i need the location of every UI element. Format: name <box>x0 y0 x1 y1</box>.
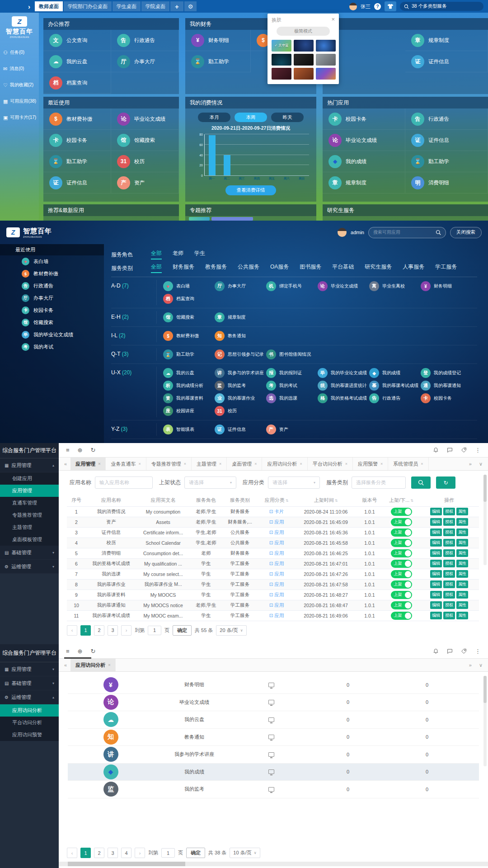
skin-thumbnail[interactable] <box>316 40 336 52</box>
app-tile[interactable]: 告行政通告 <box>405 108 488 130</box>
page-button[interactable]: 1 <box>80 848 91 858</box>
app-tile[interactable]: $教材费补缴 <box>43 108 111 130</box>
action-button[interactable]: 属性 <box>456 570 468 578</box>
app-type-link[interactable]: ⊡ 应用 <box>269 550 284 556</box>
category-option[interactable]: 平台基础 <box>332 263 354 273</box>
page-button[interactable]: 3 <box>108 625 118 636</box>
action-button[interactable]: 编辑 <box>430 560 442 567</box>
submenu-item[interactable]: 桌面模板管理 <box>0 533 59 546</box>
service-item[interactable]: ♥表白墙 <box>163 280 215 292</box>
sort-icon[interactable]: ⇅ <box>286 499 289 503</box>
recent-service-item[interactable]: 厅办事大厅 <box>0 292 104 304</box>
simple-mode-button[interactable]: 极简模式 <box>277 27 330 36</box>
app-tile[interactable]: ⌛勤工助学 <box>185 51 251 72</box>
close-search-button[interactable]: 关闭搜索 <box>450 227 482 238</box>
recent-service-item[interactable]: $教材费补缴 <box>0 268 104 280</box>
sidebar-item[interactable]: ⚇任务(0) <box>0 44 39 61</box>
recent-service-item[interactable]: 馆馆藏搜索 <box>0 316 104 329</box>
submenu-item[interactable]: 直通车管理 <box>0 497 59 509</box>
service-item[interactable]: 慕我的慕课考试成绩 <box>369 379 421 392</box>
skin-thumbnail[interactable] <box>294 68 314 80</box>
category-option[interactable]: 人事服务 <box>403 263 424 273</box>
action-button[interactable]: 编辑 <box>430 539 442 547</box>
action-button[interactable]: 授权 <box>443 528 455 536</box>
action-button[interactable]: 属性 <box>456 549 468 557</box>
service-item[interactable]: 告行政通告 <box>369 392 421 405</box>
banner-thumbnail[interactable] <box>189 217 210 221</box>
category-option[interactable]: OA服务 <box>270 263 289 273</box>
action-button[interactable]: 属性 <box>456 591 468 599</box>
desktop-tab[interactable]: 学院部门办公桌面 <box>64 1 112 11</box>
app-tile[interactable]: ¥财务明细 <box>185 30 251 51</box>
help-icon[interactable]: ? <box>374 3 381 10</box>
confirm-button[interactable]: 确定 <box>173 625 192 636</box>
consume-tab[interactable]: 本月 <box>198 113 230 122</box>
page-size-select[interactable]: 20 条/页∨ <box>216 625 246 636</box>
console-tab[interactable]: 应用访问分析× <box>262 458 307 470</box>
page-button[interactable]: 1 <box>80 625 91 636</box>
service-item[interactable]: 监我的监考 <box>215 379 266 392</box>
horizontal-scrollbar[interactable] <box>59 862 488 866</box>
app-type-link[interactable]: ⊡ 应用 <box>269 613 284 618</box>
menu-item[interactable]: ▦应用管理▴ <box>0 458 59 472</box>
role-option[interactable]: 学生 <box>194 250 205 259</box>
app-tile[interactable]: 证证件信息 <box>43 172 111 193</box>
skin-thumbnail[interactable] <box>294 54 314 66</box>
app-tile[interactable]: 文公文查询 <box>43 30 111 51</box>
app-tile[interactable]: 证证件信息 <box>405 51 488 72</box>
action-button[interactable]: 授权 <box>443 539 455 547</box>
close-tab-icon[interactable]: × <box>108 663 110 667</box>
app-type-link[interactable]: ⊡ 应用 <box>269 581 284 587</box>
submenu-item[interactable]: 平台访问分析 <box>0 717 59 729</box>
publish-toggle[interactable]: 上架 <box>391 518 412 526</box>
service-item[interactable]: 资我的慕课资料 <box>163 392 215 405</box>
action-button[interactable]: 属性 <box>456 518 468 526</box>
service-item[interactable]: 统我的慕课进度统计 <box>318 379 369 392</box>
service-item[interactable]: 证证件信息 <box>215 423 266 436</box>
chat-icon[interactable] <box>447 447 453 453</box>
category-option[interactable]: 图书服务 <box>300 263 321 273</box>
confirm-button[interactable]: 确定 <box>186 848 205 858</box>
view-consumption-detail-button[interactable]: 查看消费详情 <box>225 185 276 195</box>
publish-toggle[interactable]: 上架 <box>391 508 412 516</box>
service-item[interactable]: 论毕业论文成绩 <box>318 280 369 292</box>
refresh-icon[interactable]: ↻ <box>91 648 96 655</box>
app-type-link[interactable]: ⊡ 应用 <box>269 602 284 608</box>
service-item[interactable]: 离毕业生离校 <box>369 280 421 292</box>
sidebar-item[interactable]: ▣可用卡片(17) <box>0 109 39 126</box>
action-button[interactable]: 编辑 <box>430 612 442 619</box>
page-size-select[interactable]: 10 条/页∨ <box>230 848 260 858</box>
menu-item[interactable]: ▤基础管理▾ <box>0 676 59 690</box>
analysis-row[interactable]: 知教务通知00 <box>68 729 479 746</box>
service-item[interactable]: ¥财务明细 <box>421 280 472 292</box>
app-name-input[interactable]: 输入应用名称 <box>95 476 153 489</box>
action-button[interactable]: 属性 <box>456 508 468 515</box>
app-tile[interactable]: ⌛勤工助学 <box>405 151 488 172</box>
action-button[interactable]: 属性 <box>456 528 468 536</box>
desktop-tab[interactable]: 教师桌面 <box>35 1 63 11</box>
service-item[interactable]: 通我的慕课通知 <box>421 379 472 392</box>
service-item[interactable]: 析我的成绩分析 <box>163 379 215 392</box>
app-tile[interactable]: 论毕业论文成绩 <box>111 108 179 130</box>
role-option[interactable]: 全部 <box>151 250 162 259</box>
service-item[interactable]: 记思想引领参与记录 <box>215 348 266 361</box>
service-item[interactable]: 座校园讲座 <box>163 405 215 417</box>
admin-avatar[interactable] <box>338 228 347 237</box>
service-item[interactable]: ⌛勤工助学 <box>163 348 215 361</box>
consume-tab[interactable]: 本周 <box>235 113 267 122</box>
sidebar-item[interactable]: ▦可用应用(38) <box>0 93 39 109</box>
console-tab[interactable]: 业务直通车× <box>106 458 146 470</box>
service-item[interactable]: 馆馆藏搜索 <box>163 311 215 324</box>
submenu-item[interactable]: 创建应用 <box>0 472 59 485</box>
bell-icon[interactable] <box>433 447 439 453</box>
goto-page-input[interactable]: 1 <box>161 848 175 858</box>
close-tab-icon[interactable]: × <box>219 462 221 466</box>
analysis-row[interactable]: ◆我的成绩00 <box>68 764 479 781</box>
globe-icon[interactable]: ⊕ <box>78 648 83 655</box>
publish-toggle[interactable]: 上架 <box>391 612 412 620</box>
analysis-row[interactable]: 讲我参与的学术讲座00 <box>68 746 479 764</box>
recent-service-item[interactable]: 考我的考试 <box>0 341 104 353</box>
scrollbar-thumb[interactable] <box>483 676 487 703</box>
submenu-item[interactable]: 主题管理 <box>0 521 59 533</box>
app-tile[interactable]: 31校历 <box>111 151 179 172</box>
